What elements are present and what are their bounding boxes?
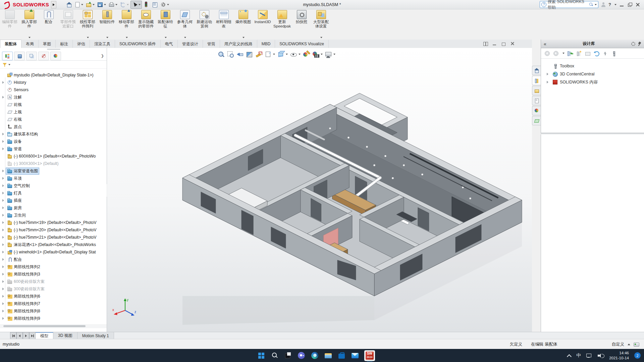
help-menu[interactable]: ? — [608, 2, 611, 7]
rebuild-button[interactable] — [143, 1, 150, 8]
ribbon-button[interactable]: 配合 — [39, 9, 58, 40]
dropdown-arrow-icon[interactable] — [93, 4, 95, 5]
tree-item[interactable]: mystudio (Default<Default_Display State-… — [0, 71, 107, 79]
tree-item[interactable]: 原点 — [0, 123, 107, 130]
tree-item-body[interactable]: 插座 — [6, 197, 23, 204]
tree-item-body[interactable]: History — [6, 79, 27, 85]
expander-icon[interactable] — [1, 243, 5, 247]
ribbon-button[interactable]: 更新 Speedpak — [272, 9, 292, 40]
expander-icon[interactable] — [1, 206, 5, 210]
dropdown-arrow-icon[interactable] — [299, 54, 301, 55]
tree-item[interactable]: 卫生间 — [0, 212, 107, 219]
tree-item[interactable]: 注解 — [0, 94, 107, 101]
tab-solidworks-resources[interactable] — [532, 66, 541, 75]
toolbox-icon[interactable] — [611, 51, 617, 56]
tree-item[interactable]: 300瓷砖排版方案 — [0, 285, 107, 293]
undo-button[interactable] — [119, 1, 130, 8]
tree-item[interactable]: 厨房 — [0, 204, 107, 212]
expander-icon[interactable] — [1, 80, 5, 84]
tree-item[interactable]: 局部线性阵列3 — [0, 270, 107, 278]
expander-icon[interactable] — [1, 235, 5, 239]
expander-icon[interactable] — [546, 64, 550, 68]
pane-options-gear-icon[interactable] — [631, 42, 635, 46]
tree-item-body[interactable]: 注解 — [6, 94, 23, 101]
expander-icon[interactable] — [1, 88, 5, 92]
doc-tab[interactable]: 3D 视图 — [53, 332, 77, 339]
tree-item[interactable]: 右视 — [0, 116, 107, 123]
tree-item[interactable]: 设备 — [0, 138, 107, 145]
tree-item-body[interactable]: 右视 — [6, 116, 23, 123]
tree-item-body[interactable]: 局部线性阵列2 — [6, 264, 41, 270]
tree-item[interactable]: 空气控制 — [0, 182, 107, 189]
command-tab[interactable]: SOLIDWORKS 插件 — [115, 40, 161, 48]
mail-icon[interactable] — [351, 351, 360, 360]
pane-preview-icon[interactable] — [483, 42, 488, 46]
search-icon[interactable] — [589, 3, 593, 6]
tree-item[interactable]: 局部线性阵列9 — [0, 315, 107, 322]
expander-icon[interactable] — [1, 125, 5, 129]
tree-item[interactable]: (-) hue75mm<20> (Default<<Default>_Photo… — [0, 226, 107, 234]
tree-item-body[interactable]: (-) winehold<1> (Default<Default_Display… — [6, 249, 97, 255]
open-button[interactable] — [85, 1, 96, 8]
expander-icon[interactable] — [1, 73, 5, 77]
command-tab[interactable]: SOLIDWORKS Visualize — [275, 40, 329, 48]
ribbon-button[interactable]: 显示隐藏的零部件 — [136, 9, 156, 40]
ribbon-button[interactable]: 新建运动算例 — [195, 9, 214, 40]
file-explorer-icon[interactable] — [324, 351, 333, 360]
assembly-3d-scene[interactable] — [107, 48, 532, 332]
tree-item-body[interactable]: 建筑基本结构 — [6, 131, 39, 137]
dropdown-arrow-icon[interactable] — [273, 54, 275, 55]
expander-icon[interactable] — [1, 132, 5, 136]
last-tab-button[interactable] — [29, 332, 36, 339]
library-item[interactable]: 3D ContentCentral — [546, 70, 644, 78]
edge-browser-icon[interactable] — [311, 351, 319, 360]
expander-icon[interactable] — [1, 117, 5, 121]
zoom-to-fit-icon[interactable] — [218, 51, 225, 58]
tree-item-body[interactable]: 管道 — [6, 146, 23, 152]
tree-item[interactable]: 灯具 — [0, 189, 107, 197]
save-button[interactable] — [96, 1, 107, 8]
expander-icon[interactable] — [1, 110, 5, 114]
ribbon-button[interactable]: 拍快照 — [292, 9, 311, 40]
command-tab[interactable]: 标注 — [56, 40, 73, 48]
dropdown-arrow-icon[interactable] — [321, 54, 323, 55]
tab-design-library[interactable] — [532, 76, 541, 85]
expander-icon[interactable] — [1, 162, 5, 166]
doc-restore-icon[interactable] — [501, 42, 506, 46]
search-dropdown-arrow-icon[interactable] — [595, 4, 597, 5]
library-item[interactable]: SOLIDWORKS 内容 — [546, 78, 644, 86]
tree-item-body[interactable]: 配合 — [6, 256, 23, 263]
solidworks-taskbar-icon[interactable]: SW2020 — [364, 350, 375, 361]
command-tab[interactable]: 布局 — [21, 40, 39, 48]
expander-icon[interactable] — [1, 139, 5, 143]
tree-item-body[interactable]: 灯具 — [6, 190, 23, 196]
expander-icon[interactable] — [1, 257, 5, 261]
status-tool-icon[interactable] — [634, 342, 639, 347]
tree-item-body[interactable]: mystudio (Default<Default_Display State-… — [6, 72, 94, 78]
tree-item[interactable]: 配合 — [0, 256, 107, 263]
tree-item-body[interactable]: 原点 — [6, 124, 23, 130]
tab-propertymanager[interactable] — [14, 52, 25, 60]
tree-item[interactable]: 600瓷砖排版方案 — [0, 278, 107, 285]
network-icon[interactable] — [586, 353, 592, 358]
refresh-icon[interactable] — [594, 51, 599, 56]
settings-button[interactable] — [159, 1, 170, 8]
minimize-button[interactable] — [619, 2, 625, 7]
filter-funnel-icon[interactable] — [3, 63, 7, 67]
tree-item-body[interactable]: 局部线性阵列3 — [6, 271, 41, 278]
tree-item-body[interactable]: 厨房 — [6, 205, 23, 211]
tree-item-body[interactable]: 前视 — [6, 102, 23, 108]
close-button[interactable] — [635, 2, 641, 7]
login-user-icon[interactable] — [601, 2, 606, 7]
doc-tab[interactable]: Motion Study 1 — [77, 332, 114, 339]
tree-item[interactable]: 局部线性阵列6 — [0, 293, 107, 300]
view-orientation-icon[interactable] — [265, 51, 272, 58]
tree-item-body[interactable]: 卫生间 — [6, 212, 27, 219]
previous-tab-button[interactable] — [16, 332, 23, 339]
tree-item-body[interactable]: 吊顶 — [6, 175, 23, 182]
up-one-level-icon[interactable] — [602, 51, 608, 56]
volume-icon[interactable] — [598, 353, 604, 358]
back-icon[interactable] — [544, 51, 550, 56]
dropdown-arrow-icon[interactable] — [139, 4, 141, 5]
taskbar-search-icon[interactable] — [270, 351, 279, 360]
